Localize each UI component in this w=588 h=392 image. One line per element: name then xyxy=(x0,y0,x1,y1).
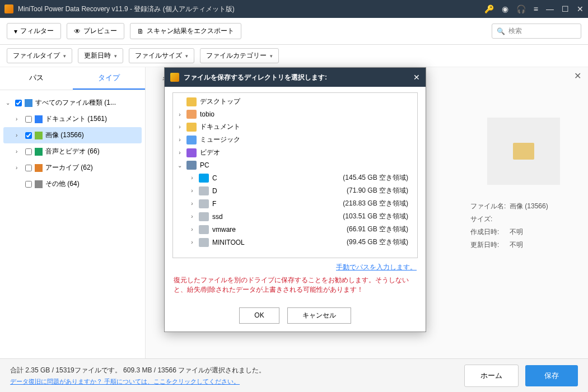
dialog-icon xyxy=(170,73,179,82)
drive-icon xyxy=(199,238,209,247)
dir-name: ミュージック xyxy=(200,135,405,144)
chevron-icon: › xyxy=(189,239,195,245)
dir-row[interactable]: ›vmware(66.91 GB 空き領域) xyxy=(175,223,415,236)
dialog-title: ファイルを保存するディレクトリを選択します: xyxy=(184,73,413,82)
dir-row[interactable]: ›C(145.45 GB 空き領域) xyxy=(175,171,415,184)
drive-icon xyxy=(199,199,209,208)
dir-name: ビデオ xyxy=(200,148,405,157)
chevron-icon: › xyxy=(189,213,195,220)
chevron-icon: › xyxy=(189,188,195,194)
dir-name: tobio xyxy=(200,110,405,118)
dir-name: ssd xyxy=(212,213,339,221)
dialog-close-icon[interactable]: ✕ xyxy=(413,73,420,82)
pc-icon xyxy=(186,161,197,170)
video-icon xyxy=(186,148,197,157)
dir-freespace: (218.83 GB 空き領域) xyxy=(343,199,408,208)
dir-row[interactable]: ›ssd(103.51 GB 空き領域) xyxy=(175,210,415,223)
dir-name: ドキュメント xyxy=(200,122,405,132)
dir-name: C xyxy=(212,174,339,182)
directory-tree[interactable]: デスクトップ›tobio›ドキュメント›ミュージック›ビデオ⌄PC›C(145.… xyxy=(172,92,418,258)
warning-text: 復元したファイルを別のドライブに保存することをお勧めします。そうしないと、紛失/… xyxy=(174,276,417,295)
chevron-icon: › xyxy=(176,111,183,118)
chevron-icon: › xyxy=(189,226,195,232)
save-directory-dialog: ファイルを保存するディレクトリを選択します: ✕ デスクトップ›tobio›ドキ… xyxy=(164,67,426,332)
drive-icon xyxy=(199,186,209,195)
dir-name: デスクトップ xyxy=(200,97,405,106)
cancel-button[interactable]: キャンセル xyxy=(287,307,351,324)
dialog-titlebar: ファイルを保存するディレクトリを選択します: ✕ xyxy=(165,68,426,87)
win-icon xyxy=(199,174,209,183)
dir-freespace: (99.45 GB 空き領域) xyxy=(347,237,408,247)
dir-row[interactable]: ›tobio xyxy=(175,108,415,120)
user-icon xyxy=(186,110,197,119)
dir-name: vmware xyxy=(212,226,343,234)
dir-freespace: (66.91 GB 空き領域) xyxy=(347,225,408,234)
dir-row[interactable]: ›F(218.83 GB 空き領域) xyxy=(175,197,415,210)
chevron-icon: › xyxy=(176,124,183,130)
dir-freespace: (103.51 GB 空き領域) xyxy=(343,212,408,221)
chevron-icon: › xyxy=(189,175,195,181)
dir-name: PC xyxy=(200,161,405,169)
dir-row[interactable]: ›ミュージック xyxy=(175,133,415,146)
dir-row[interactable]: ⌄PC xyxy=(175,159,415,171)
dir-freespace: (71.90 GB 空き領域) xyxy=(347,186,408,195)
drive-icon xyxy=(199,212,209,221)
chevron-icon: › xyxy=(189,200,195,207)
chevron-icon: ⌄ xyxy=(176,162,183,169)
chevron-icon: › xyxy=(176,150,183,156)
folder-icon xyxy=(186,97,197,106)
dir-row[interactable]: ›D(71.90 GB 空き領域) xyxy=(175,184,415,197)
dir-row[interactable]: ›MINITOOL(99.45 GB 空き領域) xyxy=(175,236,415,249)
dir-row[interactable]: ›ビデオ xyxy=(175,146,415,159)
drive-icon xyxy=(199,225,209,234)
ok-button[interactable]: OK xyxy=(239,307,279,324)
dir-row[interactable]: ›ドキュメント xyxy=(175,120,415,133)
dir-name: F xyxy=(212,200,339,208)
folder-icon xyxy=(186,123,197,132)
dir-name: D xyxy=(212,187,343,195)
dir-freespace: (145.45 GB 空き領域) xyxy=(343,173,408,183)
manual-path-link[interactable]: 手動でパスを入力します。 xyxy=(174,263,417,272)
dir-row[interactable]: デスクトップ xyxy=(175,95,415,108)
dir-name: MINITOOL xyxy=(212,239,343,246)
music-icon xyxy=(186,136,197,144)
chevron-icon: › xyxy=(176,137,183,143)
